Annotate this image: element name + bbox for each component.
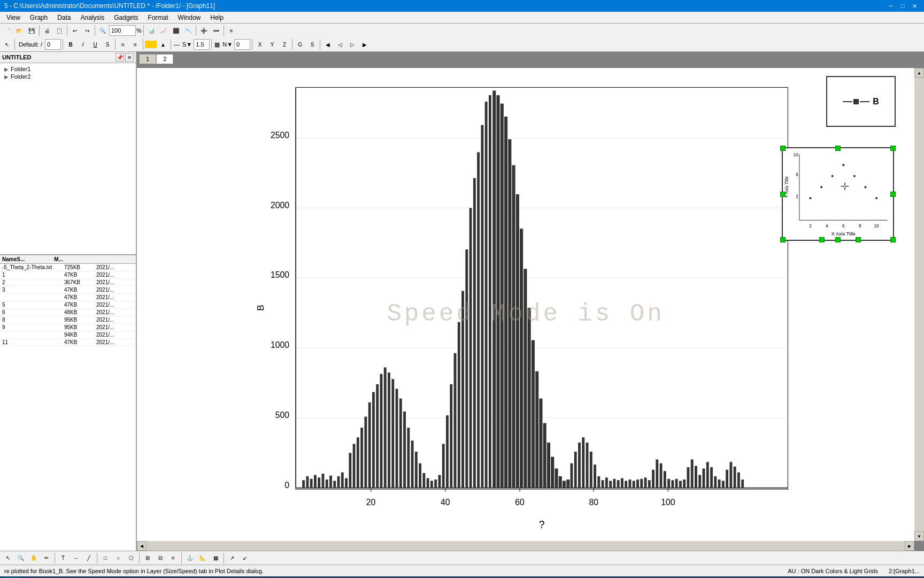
tb-nav-left2[interactable]: ◁ [334, 39, 346, 50]
tb-add-btn[interactable]: ➕ [198, 25, 210, 36]
panel-controls[interactable]: 📌 ✕ [116, 53, 134, 62]
tree-item-folder2[interactable]: ▶ Folder2 [2, 73, 134, 80]
bt-anchor[interactable]: ⚓ [184, 552, 196, 564]
tb-y-btn[interactable]: Y [266, 39, 278, 50]
tb-align-center[interactable]: ≡ [129, 39, 141, 50]
scroll-up-btn[interactable]: ▲ [914, 68, 924, 78]
handle-mr[interactable] [890, 192, 896, 197]
font-size-input[interactable]: 0 [45, 39, 61, 50]
tb-print-button[interactable]: 🖨 [41, 25, 53, 36]
bt-pointer[interactable]: ↖ [2, 552, 14, 564]
handle-tr[interactable] [890, 146, 896, 151]
bt-layer[interactable]: 📐 [197, 552, 209, 564]
bt-line-tool[interactable]: ╱ [83, 552, 95, 564]
tb-data-btn[interactable]: 📈 [158, 25, 170, 36]
window-controls[interactable]: ─ □ ✕ [886, 1, 920, 11]
file-list-row[interactable]: -5_Theta_2-Theta.txt 725KB 2021/... [0, 264, 136, 271]
tb-more-btn[interactable]: ≡ [226, 25, 237, 36]
line-size-input[interactable]: 1.5 [194, 39, 210, 50]
bt-poly[interactable]: ⬠ [125, 552, 137, 564]
tb-copy-button[interactable]: 📋 [53, 25, 65, 36]
tb-redo-button[interactable]: ↪ [81, 25, 93, 36]
tb-pointer-btn[interactable]: ↖ [1, 39, 13, 50]
tree-item-folder1[interactable]: ▶ Folder1 [2, 65, 134, 73]
minimize-button[interactable]: ─ [886, 1, 896, 11]
underline-button[interactable]: U [89, 39, 101, 50]
tb-save-button[interactable]: 💾 [26, 25, 37, 36]
bt-export[interactable]: ↗ [226, 552, 238, 564]
menu-format[interactable]: Format [144, 13, 173, 22]
tb-align-left[interactable]: ≡ [117, 39, 129, 50]
close-button[interactable]: ✕ [909, 1, 920, 11]
bt-pan[interactable]: ✋ [28, 552, 40, 564]
scroll-down-btn[interactable]: ▼ [914, 531, 924, 541]
menu-analysis[interactable]: Analysis [76, 13, 109, 22]
scrollbar-vertical[interactable]: ▲ ▼ [914, 68, 924, 541]
tb-z-btn[interactable]: Z [279, 39, 290, 50]
mini-chart-overlay[interactable]: 10 6 2 2 4 6 8 10 Y Axis Title X Axis Ti… [782, 147, 894, 241]
handle-bm2[interactable] [856, 237, 861, 242]
tb-remove-btn[interactable]: ➖ [210, 25, 222, 36]
fill-value-input[interactable]: 0 [234, 39, 250, 50]
menu-view[interactable]: View [2, 13, 25, 22]
graph-tab-1[interactable]: 1 [139, 54, 156, 64]
tb-nav-right2[interactable]: ▶ [359, 39, 371, 50]
file-list-row[interactable]: 1 47KB 2021/... [0, 271, 136, 279]
maximize-button[interactable]: □ [897, 1, 908, 11]
panel-pin-btn[interactable]: 📌 [116, 53, 124, 62]
handle-bm1[interactable] [819, 237, 825, 242]
menu-data[interactable]: Data [53, 13, 75, 22]
bold-button[interactable]: B [65, 39, 76, 50]
tb-open-button[interactable]: 📂 [13, 25, 25, 36]
handle-bl[interactable] [780, 237, 786, 242]
tb-graph-btn[interactable]: 📊 [145, 25, 157, 36]
bt-arrow[interactable]: → [70, 552, 82, 564]
graph-area[interactable]: 1 2 0 500 1000 1500 2000 2500 B 20 40 [137, 52, 924, 551]
handle-br[interactable] [890, 237, 896, 242]
tb-s-btn[interactable]: S [306, 39, 318, 50]
tb-new-button[interactable]: 📄 [1, 25, 13, 36]
tb-undo-button[interactable]: ↩ [69, 25, 81, 36]
tb-line-btn[interactable]: 📉 [182, 25, 194, 36]
menu-window[interactable]: Window [174, 13, 205, 22]
handle-tc[interactable] [835, 146, 841, 151]
graph-window[interactable]: 0 500 1000 1500 2000 2500 B 20 40 60 80 … [137, 68, 914, 541]
file-list-row[interactable]: 6 48KB 2021/... [0, 309, 136, 316]
bt-region[interactable]: ▦ [210, 552, 221, 564]
bt-circle[interactable]: ○ [112, 552, 124, 564]
tb-scatter-btn[interactable]: ⬛ [170, 25, 182, 36]
bt-draw[interactable]: ✏ [41, 552, 52, 564]
tb-fill-btn[interactable]: ▲ [157, 39, 169, 50]
bt-dist[interactable]: ≡ [167, 552, 179, 564]
handle-left-mid[interactable] [780, 192, 786, 197]
bt-import[interactable]: ↙ [239, 552, 251, 564]
file-list-row[interactable]: 11 47KB 2021/... [0, 339, 136, 346]
file-list-row[interactable]: 94KB 2021/... [0, 331, 136, 339]
scroll-right-btn[interactable]: ▶ [905, 541, 914, 551]
file-list-row[interactable]: 2 367KB 2021/... [0, 279, 136, 286]
menu-help[interactable]: Help [206, 13, 228, 22]
panel-close-btn[interactable]: ✕ [125, 53, 134, 62]
graph-tab-2[interactable]: 2 [156, 54, 173, 64]
tb-nav-right[interactable]: ▷ [346, 39, 358, 50]
scrollbar-horizontal[interactable]: ◀ ▶ [137, 541, 914, 551]
menu-graph[interactable]: Graph [26, 13, 52, 22]
scroll-left-btn[interactable]: ◀ [137, 541, 147, 551]
file-list-row[interactable]: 9 95KB 2021/... [0, 324, 136, 331]
handle-tl[interactable] [780, 146, 786, 151]
bt-text[interactable]: T [57, 552, 69, 564]
tb-color-btn[interactable] [145, 41, 157, 48]
bt-zoom[interactable]: 🔍 [15, 552, 27, 564]
italic-button[interactable]: I [77, 39, 89, 50]
tb-nav-left[interactable]: ◀ [322, 39, 334, 50]
tb-x-btn[interactable]: X [254, 39, 266, 50]
file-list-row[interactable]: 8 95KB 2021/... [0, 316, 136, 324]
handle-bc[interactable] [835, 237, 841, 242]
bt-rect[interactable]: □ [99, 552, 111, 564]
strikethrough-button[interactable]: S [102, 39, 113, 50]
zoom-input[interactable]: 100 [109, 25, 136, 36]
tb-zoom-btn[interactable]: 🔍 [97, 25, 109, 36]
file-list-row[interactable]: 3 47KB 2021/... [0, 286, 136, 294]
file-list-row[interactable]: 5 47KB 2021/... [0, 301, 136, 309]
file-list-row[interactable]: 47KB 2021/... [0, 294, 136, 301]
